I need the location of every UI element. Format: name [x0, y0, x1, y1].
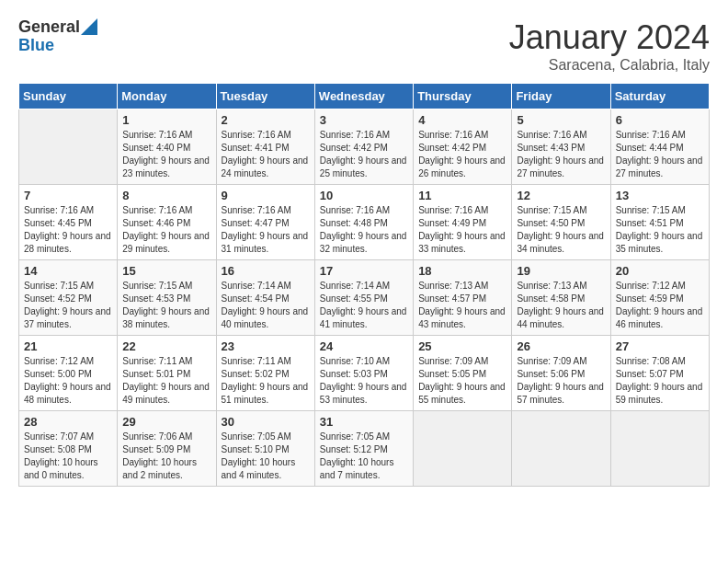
calendar-week-row-4: 21 Sunrise: 7:12 AM Sunset: 5:00 PM Dayl…	[19, 336, 710, 411]
day-info: Sunrise: 7:09 AM Sunset: 5:05 PM Dayligh…	[418, 355, 506, 407]
calendar-week-row-3: 14 Sunrise: 7:15 AM Sunset: 4:52 PM Dayl…	[19, 260, 710, 336]
day-number: 3	[320, 113, 408, 127]
col-sunday: Sunday	[19, 84, 118, 109]
day-info: Sunrise: 7:16 AM Sunset: 4:42 PM Dayligh…	[320, 129, 408, 180]
day-info: Sunrise: 7:14 AM Sunset: 4:54 PM Dayligh…	[222, 280, 310, 331]
day-number: 31	[320, 415, 408, 429]
day-number: 8	[122, 189, 210, 202]
day-number: 30	[222, 415, 310, 429]
col-monday: Monday	[118, 84, 216, 109]
day-number: 20	[616, 264, 704, 278]
col-friday: Friday	[512, 84, 610, 109]
day-info: Sunrise: 7:09 AM Sunset: 5:06 PM Dayligh…	[517, 355, 605, 407]
day-number: 9	[222, 189, 310, 202]
calendar-header-row: Sunday Monday Tuesday Wednesday Thursday…	[19, 84, 710, 109]
calendar-cell: 14 Sunrise: 7:15 AM Sunset: 4:52 PM Dayl…	[19, 260, 118, 336]
calendar-cell: 12 Sunrise: 7:15 AM Sunset: 4:50 PM Dayl…	[512, 185, 610, 260]
calendar-cell: 19 Sunrise: 7:13 AM Sunset: 4:58 PM Dayl…	[512, 260, 610, 336]
calendar-cell	[414, 411, 512, 487]
calendar-cell: 15 Sunrise: 7:15 AM Sunset: 4:53 PM Dayl…	[118, 260, 216, 336]
day-number: 22	[122, 339, 210, 353]
day-info: Sunrise: 7:16 AM Sunset: 4:44 PM Dayligh…	[616, 129, 704, 180]
day-info: Sunrise: 7:08 AM Sunset: 5:07 PM Dayligh…	[616, 355, 704, 407]
calendar-cell: 3 Sunrise: 7:16 AM Sunset: 4:42 PM Dayli…	[314, 109, 413, 185]
calendar-cell: 26 Sunrise: 7:09 AM Sunset: 5:06 PM Dayl…	[512, 336, 610, 411]
day-info: Sunrise: 7:14 AM Sunset: 4:55 PM Dayligh…	[320, 280, 408, 331]
calendar-cell: 7 Sunrise: 7:16 AM Sunset: 4:45 PM Dayli…	[19, 185, 118, 260]
title-section: January 2024 Saracena, Calabria, Italy	[509, 18, 710, 74]
day-info: Sunrise: 7:15 AM Sunset: 4:50 PM Dayligh…	[517, 204, 605, 256]
calendar-cell: 18 Sunrise: 7:13 AM Sunset: 4:57 PM Dayl…	[414, 260, 512, 336]
calendar-week-row-2: 7 Sunrise: 7:16 AM Sunset: 4:45 PM Dayli…	[19, 185, 710, 260]
calendar-cell	[19, 109, 118, 185]
day-number: 23	[222, 339, 310, 353]
day-number: 2	[222, 113, 310, 127]
day-number: 15	[122, 264, 210, 278]
location-title: Saracena, Calabria, Italy	[509, 57, 710, 74]
page-header: General Blue January 2024 Saracena, Cala…	[18, 18, 710, 74]
logo-blue-text: Blue	[18, 37, 54, 55]
day-info: Sunrise: 7:16 AM Sunset: 4:45 PM Dayligh…	[24, 204, 112, 256]
day-info: Sunrise: 7:16 AM Sunset: 4:40 PM Dayligh…	[122, 129, 210, 180]
day-number: 4	[418, 113, 506, 127]
day-info: Sunrise: 7:16 AM Sunset: 4:47 PM Dayligh…	[222, 204, 310, 256]
day-info: Sunrise: 7:12 AM Sunset: 5:00 PM Dayligh…	[24, 355, 112, 407]
day-number: 26	[517, 339, 605, 353]
day-info: Sunrise: 7:16 AM Sunset: 4:43 PM Dayligh…	[517, 129, 605, 180]
day-info: Sunrise: 7:13 AM Sunset: 4:58 PM Dayligh…	[517, 280, 605, 331]
day-number: 17	[320, 264, 408, 278]
calendar-week-row-5: 28 Sunrise: 7:07 AM Sunset: 5:08 PM Dayl…	[19, 411, 710, 487]
logo-triangle-icon	[81, 18, 97, 35]
calendar-cell: 17 Sunrise: 7:14 AM Sunset: 4:55 PM Dayl…	[314, 260, 413, 336]
calendar-cell: 4 Sunrise: 7:16 AM Sunset: 4:42 PM Dayli…	[414, 109, 512, 185]
calendar-table: Sunday Monday Tuesday Wednesday Thursday…	[18, 83, 710, 487]
calendar-week-row-1: 1 Sunrise: 7:16 AM Sunset: 4:40 PM Dayli…	[19, 109, 710, 185]
day-number: 13	[616, 189, 704, 202]
day-info: Sunrise: 7:07 AM Sunset: 5:08 PM Dayligh…	[24, 431, 112, 482]
day-number: 5	[517, 113, 605, 127]
day-number: 18	[418, 264, 506, 278]
day-number: 11	[418, 189, 506, 202]
col-saturday: Saturday	[610, 84, 709, 109]
calendar-cell: 21 Sunrise: 7:12 AM Sunset: 5:00 PM Dayl…	[19, 336, 118, 411]
day-number: 14	[24, 264, 112, 278]
day-info: Sunrise: 7:16 AM Sunset: 4:46 PM Dayligh…	[122, 204, 210, 256]
day-info: Sunrise: 7:15 AM Sunset: 4:53 PM Dayligh…	[122, 280, 210, 331]
month-title: January 2024	[509, 18, 710, 57]
day-number: 6	[616, 113, 704, 127]
day-number: 27	[616, 339, 704, 353]
day-info: Sunrise: 7:16 AM Sunset: 4:41 PM Dayligh…	[222, 129, 310, 180]
calendar-cell: 29 Sunrise: 7:06 AM Sunset: 5:09 PM Dayl…	[118, 411, 216, 487]
day-number: 16	[222, 264, 310, 278]
calendar-cell: 16 Sunrise: 7:14 AM Sunset: 4:54 PM Dayl…	[216, 260, 314, 336]
day-info: Sunrise: 7:16 AM Sunset: 4:42 PM Dayligh…	[418, 129, 506, 180]
calendar-cell: 2 Sunrise: 7:16 AM Sunset: 4:41 PM Dayli…	[216, 109, 314, 185]
calendar-cell: 1 Sunrise: 7:16 AM Sunset: 4:40 PM Dayli…	[118, 109, 216, 185]
day-info: Sunrise: 7:10 AM Sunset: 5:03 PM Dayligh…	[320, 355, 408, 407]
day-info: Sunrise: 7:11 AM Sunset: 5:01 PM Dayligh…	[122, 355, 210, 407]
day-number: 12	[517, 189, 605, 202]
calendar-cell: 5 Sunrise: 7:16 AM Sunset: 4:43 PM Dayli…	[512, 109, 610, 185]
day-number: 1	[122, 113, 210, 127]
day-info: Sunrise: 7:15 AM Sunset: 4:52 PM Dayligh…	[24, 280, 112, 331]
day-number: 21	[24, 339, 112, 353]
day-info: Sunrise: 7:05 AM Sunset: 5:12 PM Dayligh…	[320, 431, 408, 482]
day-number: 29	[122, 415, 210, 429]
calendar-cell	[512, 411, 610, 487]
day-info: Sunrise: 7:15 AM Sunset: 4:51 PM Dayligh…	[616, 204, 704, 256]
calendar-cell: 22 Sunrise: 7:11 AM Sunset: 5:01 PM Dayl…	[118, 336, 216, 411]
calendar-cell: 11 Sunrise: 7:16 AM Sunset: 4:49 PM Dayl…	[414, 185, 512, 260]
day-number: 25	[418, 339, 506, 353]
col-thursday: Thursday	[414, 84, 512, 109]
day-info: Sunrise: 7:13 AM Sunset: 4:57 PM Dayligh…	[418, 280, 506, 331]
day-number: 10	[320, 189, 408, 202]
day-info: Sunrise: 7:16 AM Sunset: 4:48 PM Dayligh…	[320, 204, 408, 256]
day-info: Sunrise: 7:11 AM Sunset: 5:02 PM Dayligh…	[222, 355, 310, 407]
logo-general-text: General	[18, 18, 80, 37]
col-wednesday: Wednesday	[314, 84, 413, 109]
day-info: Sunrise: 7:05 AM Sunset: 5:10 PM Dayligh…	[222, 431, 310, 482]
calendar-cell: 8 Sunrise: 7:16 AM Sunset: 4:46 PM Dayli…	[118, 185, 216, 260]
calendar-cell	[610, 411, 709, 487]
calendar-cell: 20 Sunrise: 7:12 AM Sunset: 4:59 PM Dayl…	[610, 260, 709, 336]
calendar-cell: 10 Sunrise: 7:16 AM Sunset: 4:48 PM Dayl…	[314, 185, 413, 260]
